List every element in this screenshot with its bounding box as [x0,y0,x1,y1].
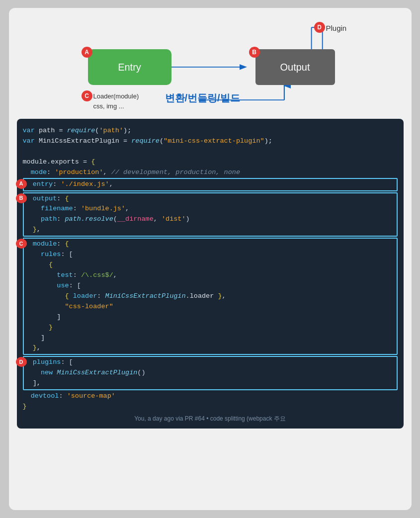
code-line-output-open: output: { [25,194,396,204]
code-line-loader: { loader: MiniCssExtractPlugin.loader }, [25,291,396,302]
code-line-devtool: devtool: 'source-map' [23,391,398,402]
main-card: A Entry B Output C Loader(module) css, i… [9,8,412,510]
code-line-rules: rules: [ [25,250,396,260]
badge-A: A [82,47,92,58]
code-line-module-close: }, [25,343,396,353]
output-box-code: output: { filename: 'bundle.js', path: p… [23,192,398,237]
code-line-plugins-open: plugins: [ [25,357,396,368]
diagram-section: A Entry B Output C Loader(module) css, i… [17,17,404,114]
code-line-2: var MiniCssExtractPlugin = require("mini… [23,136,398,147]
entry-annotation-wrapper: A entry: './index.js', [23,178,398,191]
code-badge-B: B [16,193,27,203]
code-line-5: mode: 'production', // development, prod… [23,168,398,178]
badge-C: C [82,90,92,101]
code-line-module-open: module: { [25,239,396,250]
module-annotation-wrapper: C module: { rules: [ { test: /\.css$/, u… [23,238,398,355]
code-line-rules-close: ] [25,333,396,344]
code-line-brace-close: } [25,323,396,333]
code-line-3 [23,147,398,157]
module-box-code: module: { rules: [ { test: /\.css$/, use… [23,238,398,355]
badge-B: B [249,47,260,58]
code-badge-D: D [16,357,27,367]
code-line-1: var path = require('path'); [23,126,398,136]
code-badge-A: A [16,179,27,189]
footer-line: You, a day ago via PR #64 • code splitti… [23,414,398,424]
code-badge-C: C [16,239,27,249]
code-line-test: test: /\.css$/, [25,270,396,281]
entry-label: Entry [118,62,141,73]
output-label: Output [280,62,310,73]
korean-label: 변환/번들링/빌드 [165,91,240,105]
badge-D: D [314,22,325,33]
entry-box-code: entry: './index.js', [23,178,398,191]
code-line-entry: entry: './index.js', [25,179,396,190]
code-line-use: use: [ [25,281,396,291]
code-line-use-close: ] [25,312,396,323]
code-line-path: path: path.resolve(__dirname, 'dist') [25,214,396,225]
output-annotation-wrapper: B output: { filename: 'bundle.js', path:… [23,192,398,237]
code-line-new-plugin: new MiniCssExtractPlugin() [25,368,396,378]
code-container: var path = require('path'); var MiniCssE… [23,126,398,424]
code-line-filename: filename: 'bundle.js', [25,204,396,214]
code-line-output-close: }, [25,225,396,235]
code-line-cssloader: "css-loader" [25,302,396,312]
code-line-brace-open: { [25,260,396,270]
entry-box: Entry [88,49,171,85]
plugin-label: Plugin [326,24,347,32]
plugins-annotation-wrapper: D plugins: [ new MiniCssExtractPlugin() … [23,356,398,390]
loader-label: Loader(module) css, img ... [93,91,139,111]
code-line-plugins-close: ], [25,378,396,389]
code-section: var path = require('path'); var MiniCssE… [17,119,404,429]
code-line-4: module.exports = { [23,157,398,168]
output-box: Output [255,49,335,85]
code-line-close: } [23,402,398,412]
plugins-box-code: plugins: [ new MiniCssExtractPlugin() ], [23,356,398,390]
